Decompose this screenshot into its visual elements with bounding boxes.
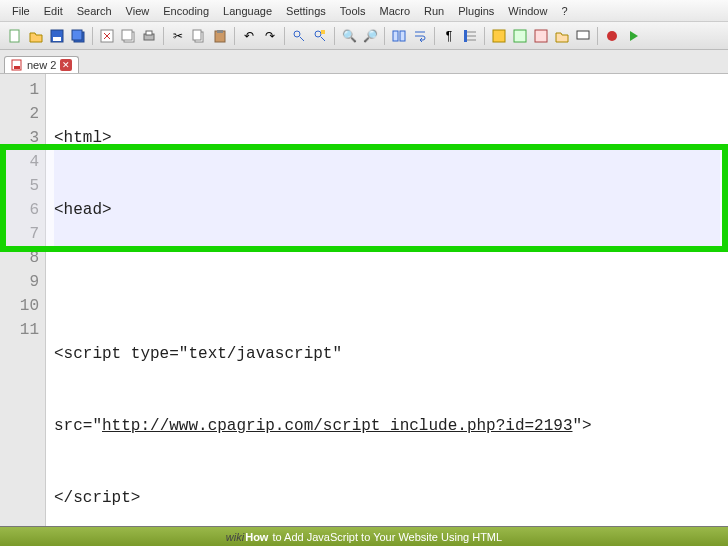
menu-plugins[interactable]: Plugins <box>452 3 500 19</box>
line-number: 11 <box>4 318 39 342</box>
svg-rect-23 <box>577 31 589 39</box>
sync-icon[interactable] <box>390 27 408 45</box>
svg-rect-20 <box>493 30 505 42</box>
svg-rect-16 <box>321 30 325 34</box>
line-number: 3 <box>4 126 39 150</box>
svg-rect-11 <box>193 30 201 40</box>
menu-run[interactable]: Run <box>418 3 450 19</box>
menu-encoding[interactable]: Encoding <box>157 3 215 19</box>
tabbar: new 2 ✕ <box>0 50 728 74</box>
monitor-icon[interactable] <box>574 27 592 45</box>
line-number: 10 <box>4 294 39 318</box>
menu-view[interactable]: View <box>120 3 156 19</box>
svg-point-14 <box>294 31 300 37</box>
svg-rect-13 <box>217 30 223 33</box>
cut-icon[interactable]: ✂ <box>169 27 187 45</box>
svg-rect-26 <box>14 66 20 69</box>
replace-icon[interactable] <box>311 27 329 45</box>
folder-icon[interactable] <box>490 27 508 45</box>
separator <box>92 27 93 45</box>
menu-help[interactable]: ? <box>555 3 573 19</box>
indent-icon[interactable] <box>461 27 479 45</box>
paste-icon[interactable] <box>211 27 229 45</box>
svg-rect-19 <box>464 30 467 42</box>
url-text: http://www.cpagrip.com/script_include.ph… <box>102 417 572 435</box>
code-area[interactable]: <html> <head> <script type="text/javascr… <box>46 74 728 526</box>
menu-settings[interactable]: Settings <box>280 3 332 19</box>
code-line: src="http://www.cpagrip.com/script_inclu… <box>54 414 720 438</box>
separator <box>284 27 285 45</box>
func-icon[interactable] <box>511 27 529 45</box>
new-icon[interactable] <box>6 27 24 45</box>
line-number: 6 <box>4 198 39 222</box>
play-icon[interactable] <box>624 27 642 45</box>
separator <box>234 27 235 45</box>
line-gutter: 1 2 3 4 5 6 7 8 9 10 11 <box>0 74 46 526</box>
save-all-icon[interactable] <box>69 27 87 45</box>
code-line: <head> <box>54 198 720 222</box>
svg-rect-0 <box>10 30 19 42</box>
line-number: 4 <box>4 150 39 174</box>
separator <box>434 27 435 45</box>
document-icon <box>11 59 23 71</box>
menu-file[interactable]: File <box>6 3 36 19</box>
line-number: 1 <box>4 78 39 102</box>
menu-tools[interactable]: Tools <box>334 3 372 19</box>
undo-icon[interactable]: ↶ <box>240 27 258 45</box>
svg-point-24 <box>607 31 617 41</box>
line-number: 9 <box>4 270 39 294</box>
code-line: </script> <box>54 486 720 510</box>
svg-rect-17 <box>393 31 398 41</box>
toolbar: ✂ ↶ ↷ 🔍 🔎 ¶ <box>0 22 728 50</box>
zoom-out-icon[interactable]: 🔎 <box>361 27 379 45</box>
svg-rect-21 <box>514 30 526 42</box>
svg-rect-22 <box>535 30 547 42</box>
menu-macro[interactable]: Macro <box>373 3 416 19</box>
svg-rect-18 <box>400 31 405 41</box>
line-number: 8 <box>4 246 39 270</box>
zoom-in-icon[interactable]: 🔍 <box>340 27 358 45</box>
separator <box>163 27 164 45</box>
record-icon[interactable] <box>603 27 621 45</box>
menu-edit[interactable]: Edit <box>38 3 69 19</box>
svg-rect-2 <box>53 37 61 41</box>
folder-open-icon[interactable] <box>553 27 571 45</box>
copy-icon[interactable] <box>190 27 208 45</box>
menu-search[interactable]: Search <box>71 3 118 19</box>
invisible-icon[interactable]: ¶ <box>440 27 458 45</box>
tab-label: new 2 <box>27 59 56 71</box>
wrap-icon[interactable] <box>411 27 429 45</box>
code-line <box>54 270 720 294</box>
separator <box>597 27 598 45</box>
code-line: <script type="text/javascript" <box>54 342 720 366</box>
line-number: 5 <box>4 174 39 198</box>
doc-map-icon[interactable] <box>532 27 550 45</box>
svg-rect-4 <box>72 30 82 40</box>
separator <box>484 27 485 45</box>
editor: 1 2 3 4 5 6 7 8 9 10 11 <html> <head> <s… <box>0 74 728 526</box>
menubar: File Edit Search View Encoding Language … <box>0 0 728 22</box>
svg-point-15 <box>315 31 321 37</box>
redo-icon[interactable]: ↷ <box>261 27 279 45</box>
line-number: 2 <box>4 102 39 126</box>
close-all-icon[interactable] <box>119 27 137 45</box>
line-number: 7 <box>4 222 39 246</box>
tab-new-2[interactable]: new 2 ✕ <box>4 56 79 73</box>
tab-close-icon[interactable]: ✕ <box>60 59 72 71</box>
open-icon[interactable] <box>27 27 45 45</box>
print-icon[interactable] <box>140 27 158 45</box>
find-icon[interactable] <box>290 27 308 45</box>
svg-rect-7 <box>122 30 132 40</box>
separator <box>334 27 335 45</box>
separator <box>384 27 385 45</box>
menu-window[interactable]: Window <box>502 3 553 19</box>
svg-rect-9 <box>146 31 152 35</box>
save-icon[interactable] <box>48 27 66 45</box>
code-line: <html> <box>54 126 720 150</box>
menu-language[interactable]: Language <box>217 3 278 19</box>
close-icon[interactable] <box>98 27 116 45</box>
